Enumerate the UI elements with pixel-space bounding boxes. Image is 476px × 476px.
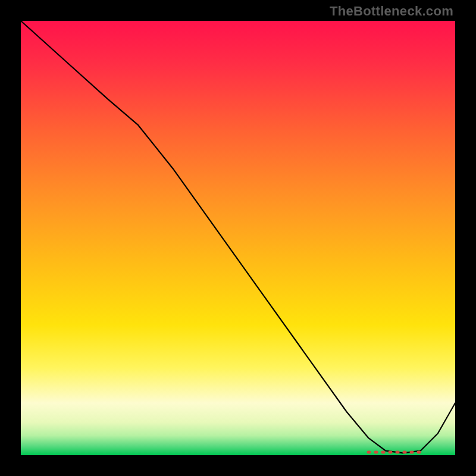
bottleneck-curve xyxy=(21,21,455,453)
attribution-text: TheBottleneck.com xyxy=(330,4,453,19)
chart-frame xyxy=(21,21,455,455)
chart-overlay-svg xyxy=(21,21,455,455)
